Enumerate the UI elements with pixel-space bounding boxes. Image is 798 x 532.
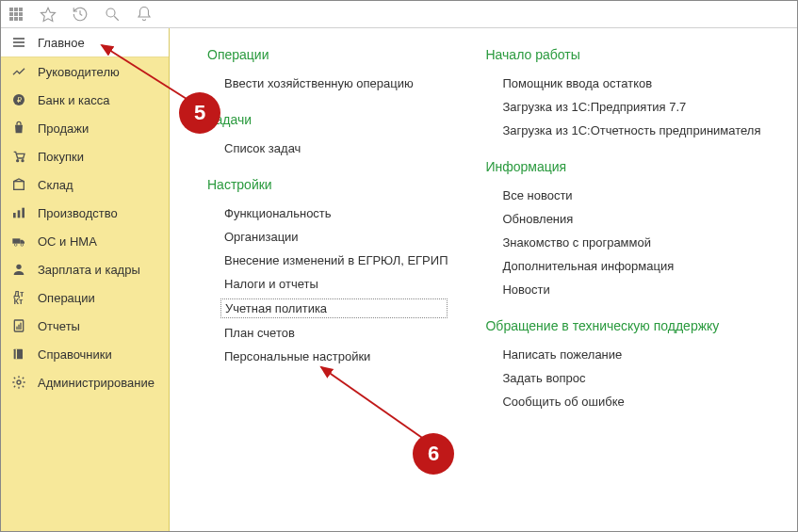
svg-point-9 [22, 160, 24, 162]
svg-rect-23 [16, 349, 17, 360]
svg-rect-10 [14, 182, 24, 190]
menu-icon [11, 35, 26, 50]
svg-rect-19 [16, 327, 17, 330]
sidebar-item-payroll[interactable]: Зарплата и кадры [0, 255, 169, 283]
svg-text:₽: ₽ [17, 96, 22, 105]
favorite-star-icon[interactable] [40, 6, 57, 23]
svg-rect-21 [20, 323, 21, 330]
section-title-support[interactable]: Обращение в техническую поддержку [485, 318, 760, 333]
svg-marker-0 [41, 8, 56, 21]
link-enter-operation[interactable]: Ввести хозяйственную операцию [207, 72, 448, 95]
sidebar-item-sales[interactable]: Продажи [0, 114, 169, 142]
truck-icon [11, 234, 26, 249]
person-icon [11, 262, 26, 277]
link-taxes[interactable]: Налоги и отчеты [207, 272, 448, 296]
section-title-start[interactable]: Начало работы [485, 47, 760, 62]
section-title-settings[interactable]: Настройки [207, 177, 448, 192]
link-load-1c77[interactable]: Загрузка из 1С:Предприятия 7.7 [485, 95, 760, 119]
search-icon[interactable] [104, 6, 121, 23]
sidebar-item-operations[interactable]: ДтКт Операции [0, 283, 169, 312]
sidebar-item-label: Справочники [38, 347, 112, 362]
sidebar-item-label: Производство [38, 206, 118, 220]
history-icon[interactable] [72, 6, 89, 23]
sidebar-item-catalogs[interactable]: Справочники [0, 340, 169, 368]
section-title-tasks[interactable]: Задачи [207, 112, 448, 127]
sidebar-item-label: Продажи [38, 121, 89, 136]
link-organizations[interactable]: Организации [207, 225, 448, 249]
bars-icon [11, 205, 26, 220]
link-all-news[interactable]: Все новости [485, 184, 760, 207]
sidebar-item-label: Главное [38, 36, 85, 50]
link-intro[interactable]: Знакомство с программой [485, 231, 760, 254]
link-functionality[interactable]: Функциональность [207, 202, 448, 225]
book-icon [11, 347, 26, 362]
sidebar-item-warehouse[interactable]: Склад [0, 170, 169, 199]
link-load-1c-report[interactable]: Загрузка из 1С:Отчетность предпринимател… [485, 119, 760, 142]
sidebar-item-main[interactable]: Главное [0, 28, 169, 56]
cart-icon [11, 149, 26, 164]
apps-grid-icon[interactable] [8, 6, 24, 23]
section-title-operations[interactable]: Операции [207, 47, 448, 62]
link-accounting-policy[interactable]: Учетная политика [220, 298, 448, 318]
link-chart-of-accounts[interactable]: План счетов [207, 321, 448, 345]
chart-line-icon [11, 64, 26, 79]
svg-point-17 [16, 265, 21, 269]
bag-icon [11, 121, 26, 136]
sidebar-item-reports[interactable]: Отчеты [0, 312, 169, 340]
sidebar-item-label: Администрирование [38, 376, 155, 390]
sidebar-item-admin[interactable]: Администрирование [0, 368, 169, 396]
sidebar-item-label: Отчеты [38, 319, 80, 333]
svg-rect-11 [13, 213, 16, 218]
svg-rect-13 [22, 208, 24, 218]
link-question[interactable]: Задать вопрос [485, 366, 760, 390]
content-column-2: Начало работы Помощник ввода остатков За… [485, 47, 760, 513]
svg-point-15 [14, 244, 17, 247]
svg-rect-22 [14, 349, 23, 360]
report-icon [11, 318, 26, 333]
link-egrul[interactable]: Внесение изменений в ЕГРЮЛ, ЕГРИП [207, 249, 448, 272]
sidebar-item-label: Покупки [38, 150, 84, 164]
link-updates[interactable]: Обновления [485, 207, 760, 231]
sidebar-item-manager[interactable]: Руководителю [0, 57, 169, 86]
dtkt-icon: ДтКт [11, 290, 26, 305]
svg-rect-20 [18, 325, 19, 330]
svg-rect-12 [18, 210, 21, 218]
sidebar-item-production[interactable]: Производство [0, 199, 169, 227]
sidebar-item-label: Зарплата и кадры [38, 263, 140, 277]
svg-point-8 [17, 160, 19, 162]
toolbar [0, 0, 798, 28]
link-news[interactable]: Новости [485, 278, 760, 301]
gear-icon [11, 375, 26, 390]
sidebar-item-purchases[interactable]: Покупки [0, 142, 169, 170]
sidebar-item-bank[interactable]: ₽ Банк и касса [0, 86, 169, 114]
sidebar-item-label: Операции [38, 291, 95, 305]
sidebar-item-label: Руководителю [38, 65, 120, 79]
svg-point-16 [21, 244, 24, 247]
svg-point-1 [106, 8, 115, 17]
sidebar-item-label: Склад [38, 178, 73, 192]
section-title-info[interactable]: Информация [485, 159, 760, 174]
svg-point-24 [17, 380, 21, 384]
link-wish[interactable]: Написать пожелание [485, 343, 760, 366]
sidebar-item-label: Банк и касса [38, 93, 110, 107]
box-icon [11, 177, 26, 192]
link-balance-helper[interactable]: Помощник ввода остатков [485, 72, 760, 95]
callout-5: 5 [179, 92, 220, 134]
svg-rect-14 [12, 238, 20, 243]
callout-6: 6 [413, 433, 454, 475]
link-additional-info[interactable]: Дополнительная информация [485, 254, 760, 278]
sidebar: Главное Руководителю ₽ Банк и касса Прод… [0, 28, 170, 532]
sidebar-item-assets[interactable]: ОС и НМА [0, 227, 169, 255]
bell-icon[interactable] [136, 6, 153, 23]
content-column-1: Операции Ввести хозяйственную операцию З… [207, 47, 448, 513]
sidebar-item-label: ОС и НМА [38, 234, 97, 249]
content-area: Операции Ввести хозяйственную операцию З… [170, 28, 798, 532]
svg-line-2 [114, 16, 119, 21]
link-bug-report[interactable]: Сообщить об ошибке [485, 390, 760, 413]
ruble-icon: ₽ [11, 92, 26, 107]
link-personal-settings[interactable]: Персональные настройки [207, 345, 448, 368]
link-task-list[interactable]: Список задач [207, 137, 448, 160]
